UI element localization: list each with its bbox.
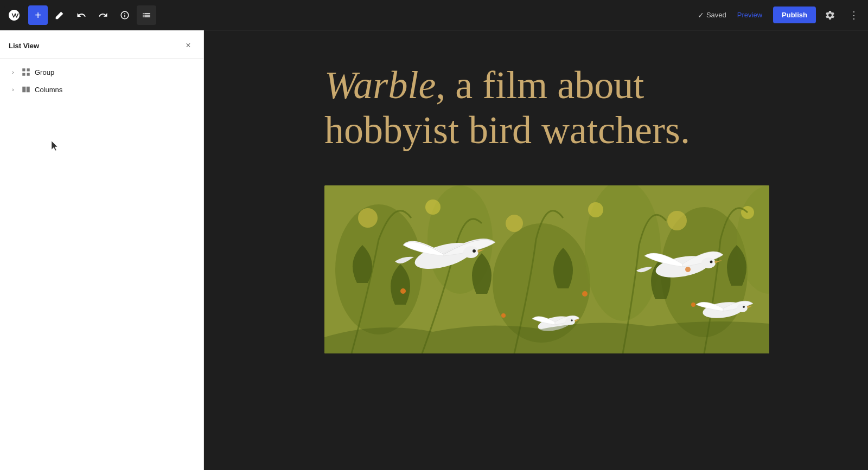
svg-point-7 [358, 208, 378, 228]
pencil-icon [55, 10, 65, 20]
svg-point-8 [425, 199, 441, 215]
saved-status: ✓ Saved [698, 11, 726, 20]
hero-title[interactable]: Warble, a film about hobbyist bird watch… [324, 63, 748, 153]
close-icon: × [186, 41, 190, 50]
list-view-header: List View × [0, 30, 203, 59]
svg-point-15 [582, 291, 588, 297]
svg-point-13 [400, 288, 406, 294]
svg-point-10 [588, 202, 603, 217]
redo-button[interactable] [93, 5, 113, 25]
info-icon [120, 10, 130, 20]
bird-decorative-image [324, 185, 769, 353]
svg-point-28 [743, 306, 745, 308]
svg-point-1 [335, 204, 422, 334]
edit-button[interactable] [50, 5, 69, 25]
svg-point-30 [565, 318, 575, 325]
svg-point-22 [701, 257, 716, 268]
svg-point-27 [737, 304, 748, 312]
redo-icon [98, 10, 108, 20]
list-view-icon [142, 10, 151, 20]
toolbar-left: + [4, 5, 698, 25]
bird-image-container[interactable] [324, 185, 769, 353]
close-list-view-button[interactable]: × [182, 39, 195, 52]
wordpress-logo[interactable] [4, 5, 24, 25]
list-view-title: List View [9, 42, 39, 50]
preview-button[interactable]: Preview [731, 8, 769, 22]
editor-content: Warble, a film about hobbyist bird watch… [303, 63, 769, 353]
svg-point-18 [463, 246, 478, 258]
toolbar-right: ✓ Saved Preview Publish ⋮ [698, 5, 864, 25]
hero-title-italic: Warble [324, 63, 436, 107]
details-button[interactable] [115, 5, 135, 25]
list-view-items: › Group › Columns [0, 59, 203, 470]
main-layout: List View × › Group › [0, 30, 868, 470]
editor-area[interactable]: Warble, a film about hobbyist bird watch… [204, 30, 868, 470]
bird-floral-svg [324, 185, 769, 353]
undo-button[interactable] [72, 5, 91, 25]
list-item-columns-label: Columns [35, 86, 62, 94]
svg-point-11 [667, 211, 687, 230]
chevron-right-icon: › [9, 85, 17, 94]
ellipsis-icon: ⋮ [849, 9, 859, 21]
svg-point-25 [685, 267, 691, 272]
svg-point-14 [501, 313, 506, 318]
check-icon: ✓ [698, 11, 704, 20]
saved-label: Saved [706, 11, 726, 19]
svg-point-20 [474, 250, 475, 252]
svg-point-16 [691, 302, 695, 307]
undo-icon [76, 10, 86, 20]
settings-button[interactable] [820, 5, 840, 25]
list-item-group-label: Group [35, 68, 54, 76]
list-item[interactable]: › Group [0, 63, 203, 81]
add-icon: + [35, 10, 41, 21]
list-item[interactable]: › Columns [0, 81, 203, 98]
columns-icon [21, 84, 31, 95]
svg-point-9 [506, 215, 523, 232]
svg-point-31 [571, 319, 573, 321]
publish-button[interactable]: Publish [773, 7, 816, 23]
add-block-button[interactable]: + [28, 5, 48, 25]
list-view-panel: List View × › Group › [0, 30, 204, 470]
chevron-right-icon: › [9, 68, 17, 76]
svg-point-24 [711, 261, 712, 262]
more-options-button[interactable]: ⋮ [844, 5, 864, 25]
group-icon [21, 67, 31, 78]
gear-icon [825, 10, 835, 21]
toolbar: + [0, 0, 868, 30]
list-view-button[interactable] [137, 5, 156, 25]
